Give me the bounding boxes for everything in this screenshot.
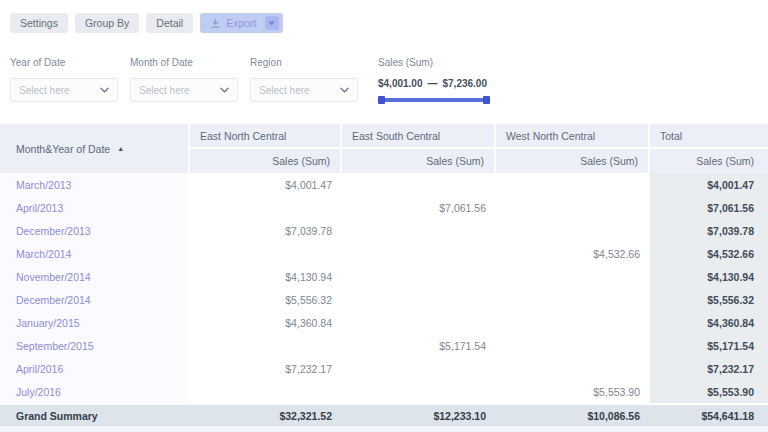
filter-label: Year of Date (10, 57, 118, 68)
cell-enc (190, 334, 342, 357)
row-label[interactable]: December/2014 (0, 288, 190, 311)
range-max-value: $7,236.00 (443, 78, 488, 89)
group-by-button[interactable]: Group By (75, 13, 139, 33)
cell-enc: $4,130.94 (190, 265, 342, 288)
pivot-table: Month&Year of Date ▲ East North Central … (0, 124, 768, 426)
page-footer-strip (0, 426, 768, 432)
table-row: March/2014 $4,532.66 $4,532.66 (0, 242, 768, 265)
chevron-down-icon (100, 87, 109, 93)
filter-sales-sum: Sales (Sum) $4,001.00—$7,236.00 (378, 57, 494, 104)
month-of-date-select[interactable]: Select here (130, 78, 238, 102)
row-label[interactable]: November/2014 (0, 265, 190, 288)
sales-range-values: $4,001.00—$7,236.00 (378, 78, 494, 89)
cell-esc (342, 173, 496, 196)
cell-total: $4,001.47 (650, 173, 768, 196)
cell-total: $5,556.32 (650, 288, 768, 311)
cell-total: $4,130.94 (650, 265, 768, 288)
table-row: March/2013 $4,001.47 $4,001.47 (0, 173, 768, 196)
table-header: Month&Year of Date ▲ East North Central … (0, 124, 768, 173)
cell-enc (190, 196, 342, 219)
column-header-east-north-central[interactable]: East North Central (190, 124, 342, 148)
filter-label: Sales (Sum) (378, 57, 494, 68)
cell-wnc (496, 219, 650, 242)
measure-header: Sales (Sum) (190, 149, 342, 173)
cell-total: $5,171.54 (650, 334, 768, 357)
chevron-down-icon (220, 87, 229, 93)
settings-button[interactable]: Settings (10, 13, 68, 33)
select-placeholder: Select here (259, 85, 310, 96)
table-row: July/2016 $5,553.90 $5,553.90 (0, 380, 768, 403)
download-icon (210, 18, 221, 29)
measure-header: Sales (Sum) (650, 149, 768, 173)
slider-handle-max[interactable] (483, 96, 490, 104)
year-of-date-select[interactable]: Select here (10, 78, 118, 102)
cell-total: $54,641.18 (650, 405, 768, 426)
cell-enc: $4,360.84 (190, 311, 342, 334)
cell-wnc: $5,553.90 (496, 380, 650, 403)
row-label[interactable]: July/2016 (0, 380, 190, 403)
column-header-west-north-central[interactable]: West North Central (496, 124, 650, 148)
cell-wnc: $4,532.66 (496, 242, 650, 265)
cell-enc: $5,556.32 (190, 288, 342, 311)
table-row: November/2014 $4,130.94 $4,130.94 (0, 265, 768, 288)
cell-enc (190, 380, 342, 403)
cell-enc: $7,232.17 (190, 357, 342, 380)
detail-button[interactable]: Detail (146, 13, 193, 33)
chevron-down-icon (340, 87, 349, 93)
row-label[interactable]: September/2015 (0, 334, 190, 357)
cell-esc (342, 219, 496, 242)
column-header-total[interactable]: Total (650, 124, 768, 148)
cell-esc: $7,061.56 (342, 196, 496, 219)
slider-handle-min[interactable] (378, 96, 385, 104)
cell-enc: $7,039.78 (190, 219, 342, 242)
cell-enc (190, 242, 342, 265)
row-label[interactable]: January/2015 (0, 311, 190, 334)
caret-down-icon (268, 21, 275, 26)
slider-track[interactable] (378, 98, 490, 102)
row-label[interactable]: April/2013 (0, 196, 190, 219)
filter-region: Region Select here (250, 57, 358, 104)
cell-esc (342, 265, 496, 288)
cell-total: $5,553.90 (650, 380, 768, 403)
row-label[interactable]: March/2013 (0, 173, 190, 196)
toolbar: Settings Group By Detail Export (0, 0, 768, 33)
export-dropdown-caret[interactable] (265, 16, 279, 30)
cell-enc: $32,321.52 (190, 405, 342, 426)
sales-range-slider[interactable] (378, 96, 490, 104)
filter-month-of-date: Month of Date Select here (130, 57, 238, 104)
filter-label: Region (250, 57, 358, 68)
column-header-month-year[interactable]: Month&Year of Date ▲ (0, 124, 190, 173)
cell-wnc (496, 311, 650, 334)
cell-wnc (496, 357, 650, 380)
row-label[interactable]: April/2016 (0, 357, 190, 380)
cell-wnc (496, 288, 650, 311)
filter-year-of-date: Year of Date Select here (10, 57, 118, 104)
cell-esc (342, 311, 496, 334)
cell-esc (342, 288, 496, 311)
row-label[interactable]: December/2013 (0, 219, 190, 242)
row-label[interactable]: March/2014 (0, 242, 190, 265)
row-header-label: Month&Year of Date (16, 143, 110, 155)
export-button-label: Export (226, 17, 256, 29)
cell-esc: $5,171.54 (342, 334, 496, 357)
range-min-value: $4,001.00 (378, 78, 423, 89)
filter-label: Month of Date (130, 57, 238, 68)
select-placeholder: Select here (19, 85, 70, 96)
range-dash: — (428, 78, 438, 89)
table-row: April/2013 $7,061.56 $7,061.56 (0, 196, 768, 219)
table-row: September/2015 $5,171.54 $5,171.54 (0, 334, 768, 357)
cell-wnc (496, 334, 650, 357)
region-select[interactable]: Select here (250, 78, 358, 102)
column-header-east-south-central[interactable]: East South Central (342, 124, 496, 148)
cell-esc (342, 380, 496, 403)
export-button[interactable]: Export (200, 13, 282, 33)
cell-total: $7,039.78 (650, 219, 768, 242)
grand-summary-label: Grand Summary (0, 405, 190, 426)
cell-enc: $4,001.47 (190, 173, 342, 196)
table-row: December/2014 $5,556.32 $5,556.32 (0, 288, 768, 311)
filter-bar: Year of Date Select here Month of Date S… (10, 57, 768, 104)
table-row: April/2016 $7,232.17 $7,232.17 (0, 357, 768, 380)
grand-summary-row: Grand Summary $32,321.52 $12,233.10 $10,… (0, 403, 768, 426)
cell-esc: $12,233.10 (342, 405, 496, 426)
sort-ascending-icon: ▲ (117, 145, 124, 152)
